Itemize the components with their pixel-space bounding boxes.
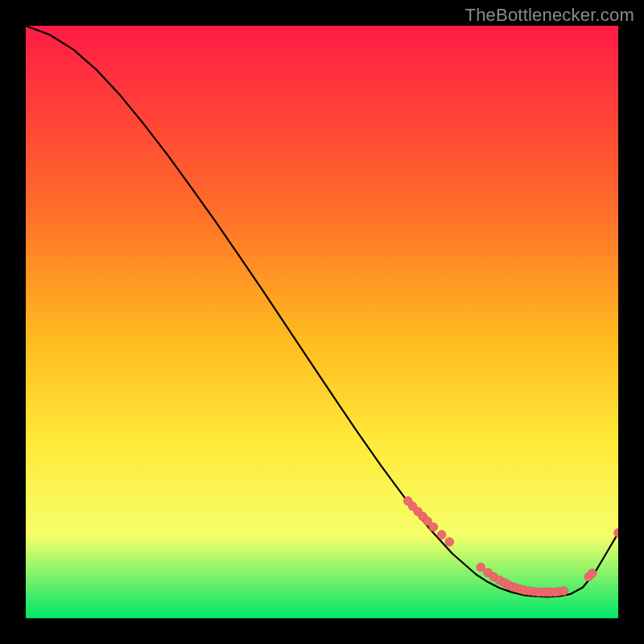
chart-svg [26, 26, 618, 618]
marker-point [445, 538, 454, 547]
marker-point [588, 569, 597, 578]
chart-plot-area [26, 26, 618, 618]
marker-point [477, 563, 485, 572]
marker-point [437, 530, 446, 539]
gradient-background [26, 26, 618, 618]
marker-point [429, 522, 438, 531]
attribution-text: TheBottlenecker.com [465, 5, 634, 26]
marker-point [559, 587, 568, 596]
